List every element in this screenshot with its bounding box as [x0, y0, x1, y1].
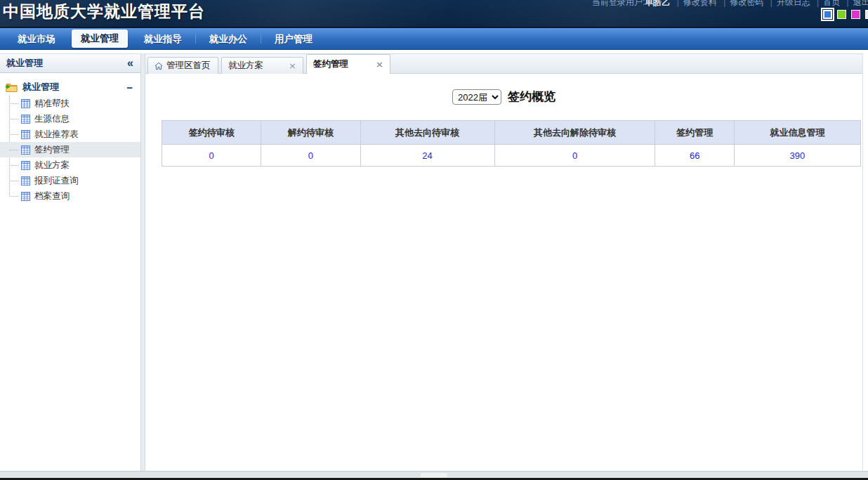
- nav-separator: [261, 34, 261, 44]
- tab-label: 就业方案: [228, 60, 279, 72]
- col-header-employment-info-mgmt: 就业信息管理: [734, 121, 860, 145]
- tab-strip: 管理区首页 就业方案 × 签约管理 ×: [145, 53, 862, 74]
- count-link-other-pending[interactable]: 24: [422, 150, 432, 161]
- count-link-pending-sign[interactable]: 0: [209, 150, 214, 161]
- nav-item-employment-management[interactable]: 就业管理: [72, 30, 128, 48]
- table-value-row: 0 0 24 0 66 390: [162, 145, 861, 167]
- theme-swatch-light[interactable]: [865, 10, 868, 19]
- sidebar-item-contract-management[interactable]: 签约管理: [0, 142, 140, 157]
- nav-item-career-guidance[interactable]: 就业指导: [132, 28, 194, 50]
- grid-icon: [21, 99, 30, 108]
- link-separator: |: [770, 0, 772, 7]
- link-separator: |: [817, 0, 819, 7]
- home-icon: [154, 62, 163, 70]
- link-separator: |: [847, 0, 849, 7]
- sidebar-item-archive-query[interactable]: 档案查询: [0, 188, 140, 204]
- table-header-row: 签约待审核 解约待审核 其他去向待审核 其他去向解除待审核 签约管理 就业信息管…: [162, 121, 861, 145]
- tree-collapse-toggle[interactable]: −: [126, 82, 133, 93]
- sidebar-panel: 就业管理 « 就业管理 − 精准帮扶: [0, 53, 140, 471]
- col-header-pending-cancel: 解约待审核: [261, 121, 360, 145]
- tree-root-employment-management[interactable]: 就业管理 −: [0, 79, 140, 96]
- tree-root-label: 就业管理: [22, 81, 59, 93]
- edit-profile-link[interactable]: 修改资料: [683, 0, 717, 7]
- tab-label: 管理区首页: [166, 60, 211, 72]
- tab-admin-home[interactable]: 管理区首页: [147, 57, 218, 74]
- nav-separator: [195, 34, 196, 44]
- sidebar-item-label: 签约管理: [34, 144, 70, 156]
- table-cell: 24: [360, 145, 494, 167]
- sidebar-item-label: 报到证查询: [34, 175, 79, 187]
- table-cell: 390: [734, 145, 860, 167]
- theme-swatch-blue[interactable]: [823, 10, 832, 19]
- count-link-employment-info[interactable]: 390: [790, 150, 805, 161]
- nav-item-job-market[interactable]: 就业市场: [6, 28, 67, 50]
- splitter-grip: [421, 473, 447, 477]
- table-cell: 0: [162, 145, 261, 167]
- link-separator: |: [677, 0, 679, 7]
- col-header-contract-mgmt: 签约管理: [655, 121, 734, 145]
- sidebar-item-label: 精准帮扶: [34, 98, 70, 110]
- tab-contract-management[interactable]: 签约管理 ×: [306, 54, 390, 74]
- grid-icon: [21, 161, 30, 170]
- theme-swatch-green[interactable]: [837, 10, 846, 19]
- nav-item-employment-office[interactable]: 就业办公: [197, 28, 259, 50]
- main-nav: 就业市场 就业管理 就业指导 就业办公 用户管理: [0, 28, 868, 50]
- grid-icon: [21, 115, 30, 124]
- signing-overview-table: 签约待审核 解约待审核 其他去向待审核 其他去向解除待审核 签约管理 就业信息管…: [162, 120, 861, 167]
- sidebar-resize-handle[interactable]: [140, 53, 145, 471]
- tree-children: 精准帮扶 生源信息 就业推荐表 签约管理 就业方案: [0, 96, 140, 204]
- home-link[interactable]: 首页: [823, 0, 840, 7]
- app-header: 中国地质大学就业管理平台 当前登录用户:单皓乙 |修改资料 |修改密码 |升级日…: [0, 0, 868, 28]
- theme-picker: [823, 10, 868, 19]
- sidebar-item-registration-card-query[interactable]: 报到证查询: [0, 173, 140, 188]
- link-separator: |: [723, 0, 725, 7]
- tab-employment-plan[interactable]: 就业方案 ×: [221, 57, 303, 74]
- current-user-name: 单皓乙: [645, 0, 670, 7]
- table-cell: 66: [655, 145, 734, 167]
- col-header-pending-sign: 签约待审核: [162, 121, 261, 145]
- sidebar-item-recommendation-form[interactable]: 就业推荐表: [0, 127, 140, 142]
- logout-link[interactable]: 退出: [853, 0, 868, 7]
- current-user-prefix: 当前登录用户:: [592, 0, 645, 7]
- grid-icon: [21, 176, 30, 186]
- grid-icon: [21, 130, 30, 139]
- table-cell: 0: [494, 145, 655, 167]
- folder-icon: [6, 82, 18, 92]
- sidebar-item-employment-plan[interactable]: 就业方案: [0, 157, 140, 173]
- sidebar-collapse-icon[interactable]: «: [127, 58, 133, 69]
- count-link-contract-mgmt[interactable]: 66: [690, 150, 699, 161]
- count-link-other-release-pending[interactable]: 0: [572, 150, 577, 161]
- bottom-splitter-bar[interactable]: [0, 471, 868, 478]
- theme-swatch-magenta[interactable]: [851, 10, 860, 19]
- graduation-year-select[interactable]: 2022届: [452, 89, 501, 105]
- change-password-link[interactable]: 修改密码: [730, 0, 763, 7]
- overview-bar: 2022届 签约概览: [145, 89, 862, 105]
- tab-content: 2022届 签约概览 签约待审核 解约待审核 其他去向待审核 其他去向解除待审核…: [145, 74, 862, 471]
- sidebar-item-label: 就业方案: [34, 160, 70, 171]
- user-links-bar: 当前登录用户:单皓乙 |修改资料 |修改密码 |升级日志 |首页 |退出: [592, 0, 868, 8]
- table-cell: 0: [261, 145, 360, 167]
- sidebar-title: 就业管理: [6, 57, 43, 70]
- sidebar-item-label: 档案查询: [34, 190, 70, 202]
- sidebar-header: 就业管理 «: [0, 53, 140, 73]
- upgrade-log-link[interactable]: 升级日志: [777, 0, 810, 7]
- nav-item-user-management[interactable]: 用户管理: [263, 28, 324, 50]
- sidebar-item-label: 生源信息: [34, 113, 70, 125]
- sidebar-tree: 就业管理 − 精准帮扶 生源信息 就业推荐表 签约管理: [0, 73, 140, 471]
- overview-heading: 签约概览: [508, 89, 555, 105]
- col-header-other-release-pending: 其他去向解除待审核: [494, 121, 655, 145]
- close-icon[interactable]: ×: [376, 60, 383, 69]
- grid-icon: [21, 192, 30, 201]
- page-title: 中国地质大学就业管理平台: [3, 1, 205, 22]
- tab-label: 签约管理: [313, 58, 366, 70]
- sidebar-item-student-source-info[interactable]: 生源信息: [0, 111, 140, 127]
- main-panel: 管理区首页 就业方案 × 签约管理 × 2022届 签约概览: [145, 53, 863, 471]
- col-header-other-pending: 其他去向待审核: [360, 121, 494, 145]
- sidebar-item-label: 就业推荐表: [34, 129, 79, 141]
- close-icon[interactable]: ×: [289, 61, 296, 70]
- workspace: 就业管理 « 就业管理 − 精准帮扶: [0, 50, 868, 471]
- count-link-pending-cancel[interactable]: 0: [308, 150, 313, 161]
- grid-icon: [21, 145, 30, 155]
- sidebar-item-precise-assistance[interactable]: 精准帮扶: [0, 96, 140, 111]
